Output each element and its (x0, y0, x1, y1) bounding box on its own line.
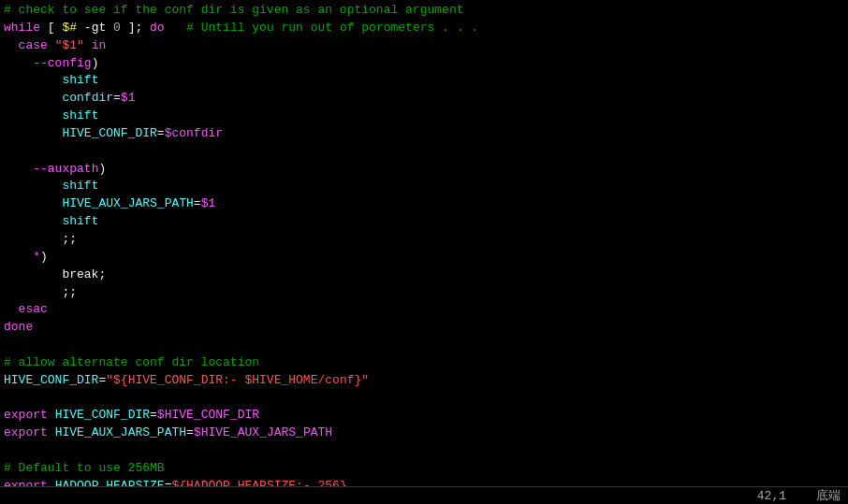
line-1: # check to see if the conf dir is given … (4, 2, 844, 20)
line-5: shift (4, 72, 844, 90)
line-28: export HADOOP_HEAPSIZE=${HADOOP_HEAPSIZE… (4, 478, 844, 486)
code-editor: # check to see if the conf dir is given … (0, 0, 848, 486)
line-23 (4, 390, 844, 408)
status-bar: 42,1 底端 (0, 486, 848, 504)
line-12: HIVE_AUX_JARS_PATH=$1 (4, 195, 844, 213)
line-21: # allow alternate conf dir location (4, 354, 844, 372)
line-9 (4, 143, 844, 161)
line-27: # Default to use 256MB (4, 460, 844, 478)
line-6: confdir=$1 (4, 90, 844, 108)
cursor-position: 42,1 (757, 489, 786, 503)
line-3: case "$1" in (4, 37, 844, 55)
line-10: --auxpath) (4, 161, 844, 179)
line-24: export HIVE_CONF_DIR=$HIVE_CONF_DIR (4, 407, 844, 425)
line-18: esac (4, 301, 844, 319)
line-15: *) (4, 249, 844, 266)
line-8: HIVE_CONF_DIR=$confdir (4, 125, 844, 143)
line-11: shift (4, 178, 844, 195)
line-26 (4, 442, 844, 460)
line-4: --config) (4, 55, 844, 73)
line-14: ;; (4, 231, 844, 249)
line-13: shift (4, 213, 844, 231)
line-17: ;; (4, 284, 844, 302)
line-25: export HIVE_AUX_JARS_PATH=$HIVE_AUX_JARS… (4, 425, 844, 442)
line-7: shift (4, 108, 844, 125)
line-19: done (4, 319, 844, 337)
status-end: 底端 (816, 487, 841, 504)
line-20 (4, 337, 844, 354)
line-16: break; (4, 266, 844, 284)
line-22: HIVE_CONF_DIR="${HIVE_CONF_DIR:- $HIVE_H… (4, 372, 844, 390)
line-2: while [ $# -gt 0 ]; do # Untill you run … (4, 20, 844, 37)
